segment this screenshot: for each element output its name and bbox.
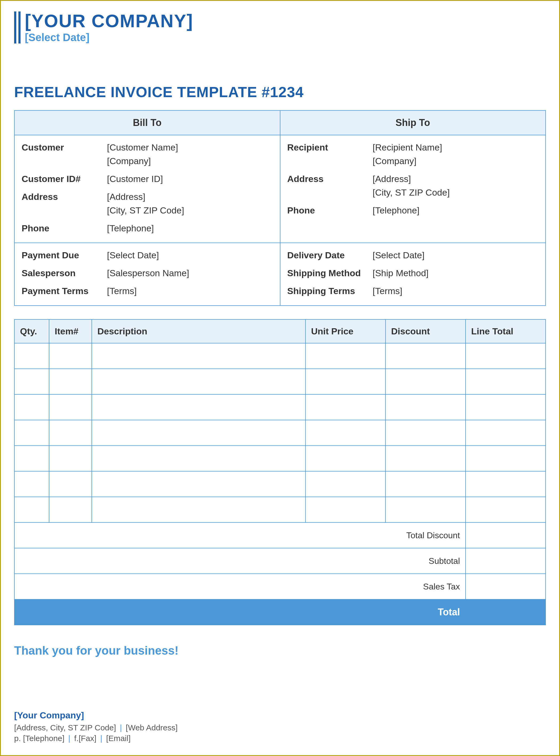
footer-fax[interactable]: [Fax] bbox=[79, 734, 97, 743]
shipping-terms-label: Shipping Terms bbox=[287, 284, 373, 298]
line-item-row[interactable] bbox=[15, 420, 545, 446]
col-item: Item# bbox=[49, 319, 92, 343]
salesperson-label: Salesperson bbox=[22, 266, 107, 280]
company-name[interactable]: [YOUR COMPANY] bbox=[25, 12, 193, 31]
footer-web[interactable]: [Web Address] bbox=[126, 723, 178, 732]
subtotal-label: Subtotal bbox=[15, 548, 465, 574]
bill-phone-label: Phone bbox=[22, 221, 107, 235]
delivery-date-field[interactable]: [Select Date] bbox=[373, 248, 425, 262]
footer-phone-prefix: p. bbox=[14, 734, 23, 743]
col-desc: Description bbox=[92, 319, 305, 343]
bill-address-field[interactable]: [Address] [City, ST ZIP Code] bbox=[107, 190, 184, 217]
total-value[interactable] bbox=[465, 599, 545, 625]
total-discount-row: Total Discount bbox=[15, 522, 545, 548]
delivery-date-label: Delivery Date bbox=[287, 248, 373, 262]
line-item-row[interactable] bbox=[15, 369, 545, 394]
recipient-label: Recipient bbox=[287, 141, 373, 168]
bill-address-line1[interactable]: [Address] bbox=[107, 192, 145, 202]
ship-address-field[interactable]: [Address] [City, ST ZIP Code] bbox=[373, 172, 450, 199]
total-label: Total bbox=[15, 599, 465, 625]
salesperson-field[interactable]: [Salesperson Name] bbox=[107, 266, 189, 280]
accent-bar-icon bbox=[14, 12, 16, 43]
col-qty: Qty. bbox=[15, 319, 49, 343]
bill-to-header: Bill To bbox=[15, 111, 280, 135]
total-discount-label: Total Discount bbox=[15, 522, 465, 548]
footer: [Your Company] [Address, City, ST ZIP Co… bbox=[14, 710, 546, 744]
shipping-method-field[interactable]: [Ship Method] bbox=[373, 266, 429, 280]
payment-due-label: Payment Due bbox=[22, 248, 107, 262]
footer-contact-line: p. [Telephone] | f.[Fax] | [Email] bbox=[14, 734, 546, 743]
customer-id-label: Customer ID# bbox=[22, 172, 107, 186]
bill-phone-field[interactable]: [Telephone] bbox=[107, 221, 154, 235]
line-item-row[interactable] bbox=[15, 497, 545, 522]
col-discount: Discount bbox=[385, 319, 465, 343]
ship-address-label: Address bbox=[287, 172, 373, 199]
ship-phone-field[interactable]: [Telephone] bbox=[373, 204, 420, 217]
invoice-date-field[interactable]: [Select Date] bbox=[25, 32, 193, 43]
line-item-row[interactable] bbox=[15, 446, 545, 471]
subtotal-row: Subtotal bbox=[15, 548, 545, 574]
footer-phone[interactable]: [Telephone] bbox=[23, 734, 64, 743]
col-line-total: Line Total bbox=[465, 319, 545, 343]
footer-email[interactable]: [Email] bbox=[106, 734, 131, 743]
bill-address-label: Address bbox=[22, 190, 107, 217]
customer-label: Customer bbox=[22, 141, 107, 168]
ship-to-cell: Recipient [Recipient Name] [Company] Add… bbox=[280, 135, 546, 243]
recipient-name-field[interactable]: [Recipient Name] bbox=[373, 142, 442, 152]
customer-id-field[interactable]: [Customer ID] bbox=[107, 172, 163, 186]
payment-cell: Payment Due [Select Date] Salesperson [S… bbox=[15, 243, 280, 305]
ship-to-header: Ship To bbox=[280, 111, 546, 135]
line-item-row[interactable] bbox=[15, 343, 545, 369]
bill-to-cell: Customer [Customer Name] [Company] Custo… bbox=[15, 135, 280, 243]
customer-company-field[interactable]: [Company] bbox=[107, 156, 151, 166]
items-header-row: Qty. Item# Description Unit Price Discou… bbox=[15, 319, 545, 343]
sales-tax-row: Sales Tax bbox=[15, 574, 545, 599]
delivery-cell: Delivery Date [Select Date] Shipping Met… bbox=[280, 243, 546, 305]
recipient-company-field[interactable]: [Company] bbox=[373, 156, 417, 166]
customer-info-table: Bill To Ship To Customer [Customer Name]… bbox=[14, 110, 546, 306]
line-item-row[interactable] bbox=[15, 471, 545, 497]
ship-address-line2[interactable]: [City, ST ZIP Code] bbox=[373, 187, 450, 197]
footer-address[interactable]: [Address, City, ST ZIP Code] bbox=[14, 723, 116, 732]
ship-phone-label: Phone bbox=[287, 204, 373, 217]
ship-address-line1[interactable]: [Address] bbox=[373, 174, 411, 184]
line-item-row[interactable] bbox=[15, 394, 545, 420]
shipping-method-label: Shipping Method bbox=[287, 266, 373, 280]
customer-name-field[interactable]: [Customer Name] bbox=[107, 142, 178, 152]
separator-icon: | bbox=[67, 734, 72, 743]
sales-tax-value[interactable] bbox=[465, 574, 545, 599]
col-unit-price: Unit Price bbox=[305, 319, 385, 343]
footer-address-line: [Address, City, ST ZIP Code] | [Web Addr… bbox=[14, 723, 546, 732]
invoice-title: FREELANCE INVOICE TEMPLATE #1234 bbox=[14, 83, 546, 101]
footer-fax-prefix: f. bbox=[74, 734, 79, 743]
thank-you-message: Thank you for your business! bbox=[14, 644, 546, 657]
payment-due-field[interactable]: [Select Date] bbox=[107, 248, 159, 262]
shipping-terms-field[interactable]: [Terms] bbox=[373, 284, 402, 298]
customer-value[interactable]: [Customer Name] [Company] bbox=[107, 141, 178, 168]
payment-terms-label: Payment Terms bbox=[22, 284, 107, 298]
grand-total-row: Total bbox=[15, 599, 545, 625]
sales-tax-label: Sales Tax bbox=[15, 574, 465, 599]
separator-icon: | bbox=[99, 734, 104, 743]
footer-company-name[interactable]: [Your Company] bbox=[14, 710, 546, 720]
accent-bar-icon bbox=[18, 12, 21, 43]
bill-address-line2[interactable]: [City, ST ZIP Code] bbox=[107, 205, 184, 215]
invoice-page: [YOUR COMPANY] [Select Date] FREELANCE I… bbox=[0, 0, 560, 756]
recipient-value[interactable]: [Recipient Name] [Company] bbox=[373, 141, 442, 168]
subtotal-value[interactable] bbox=[465, 548, 545, 574]
total-discount-value[interactable] bbox=[465, 522, 545, 548]
header: [YOUR COMPANY] [Select Date] bbox=[14, 12, 546, 43]
separator-icon: | bbox=[118, 723, 123, 732]
line-items-table: Qty. Item# Description Unit Price Discou… bbox=[14, 319, 546, 625]
payment-terms-field[interactable]: [Terms] bbox=[107, 284, 137, 298]
company-block: [YOUR COMPANY] [Select Date] bbox=[23, 12, 193, 43]
header-accent-bars bbox=[14, 12, 21, 43]
